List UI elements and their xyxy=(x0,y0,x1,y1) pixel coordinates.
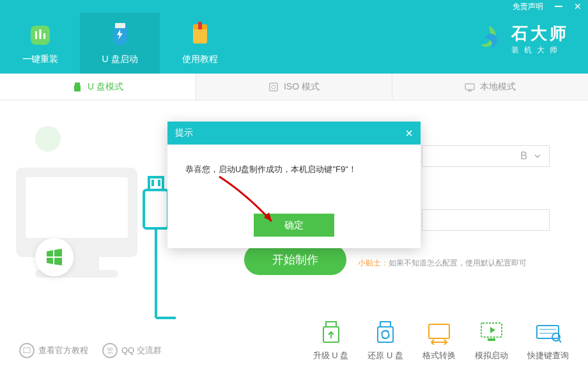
svg-rect-16 xyxy=(26,177,128,238)
tutorial-icon xyxy=(187,22,213,49)
logo-subtitle: 装机大师 xyxy=(511,45,569,56)
svg-point-14 xyxy=(35,126,61,152)
svg-rect-22 xyxy=(158,180,160,186)
svg-rect-21 xyxy=(151,180,154,186)
iso-icon xyxy=(268,82,279,92)
tutorial-link-label: 查看官方教程 xyxy=(38,345,88,356)
restore-icon xyxy=(371,320,399,345)
dialog-close-button[interactable]: × xyxy=(405,126,413,141)
tip-content: 如果不知道怎么配置，使用默认配置即可 xyxy=(389,258,527,267)
device-select[interactable]: B xyxy=(422,145,550,167)
nav-tutorial[interactable]: 使用教程 xyxy=(160,13,240,74)
tools-row: 升级 U 盘 还原 U 盘 格式转换 模拟启动 快捷键查询 xyxy=(313,320,569,361)
logo-title: 石大师 xyxy=(511,22,569,45)
nav-uboot-label: U 盘启动 xyxy=(102,54,138,65)
footer-links: 查看官方教程 QQ 交流群 xyxy=(19,343,162,358)
official-tutorial-link[interactable]: 查看官方教程 xyxy=(19,343,88,358)
chevron-down-icon xyxy=(534,152,541,160)
svg-point-11 xyxy=(272,85,275,89)
svg-rect-3 xyxy=(43,33,45,39)
svg-rect-29 xyxy=(380,322,391,327)
svg-rect-30 xyxy=(378,327,393,342)
format-icon xyxy=(425,320,453,345)
uboot-icon xyxy=(107,22,134,49)
tool-upgrade-label: 升级 U 盘 xyxy=(313,350,349,361)
hotkey-icon xyxy=(534,320,562,345)
app-logo: 石大师 装机大师 xyxy=(474,22,569,56)
tab-iso-label: ISO 模式 xyxy=(284,81,320,93)
svg-rect-4 xyxy=(115,23,125,28)
main-header: 一键重装 U 盘启动 使用教程 石大师 装机大师 xyxy=(0,13,588,74)
disclaimer-link[interactable]: 免责声明 xyxy=(513,1,543,12)
svg-rect-8 xyxy=(75,83,80,85)
svg-rect-2 xyxy=(39,29,41,39)
svg-point-25 xyxy=(107,348,110,351)
tool-restore-usb[interactable]: 还原 U 盘 xyxy=(368,320,403,361)
tool-hotkey-query[interactable]: 快捷键查询 xyxy=(527,320,569,361)
usb-icon xyxy=(72,82,82,92)
reinstall-icon xyxy=(27,22,54,49)
windows-badge xyxy=(35,238,74,276)
close-button[interactable]: ✕ xyxy=(574,1,582,12)
tool-simulate-label: 模拟启动 xyxy=(475,350,508,361)
svg-rect-31 xyxy=(429,324,449,338)
svg-rect-33 xyxy=(488,338,495,341)
config-select[interactable] xyxy=(422,209,550,231)
svg-rect-9 xyxy=(74,85,81,91)
tool-format-convert[interactable]: 格式转换 xyxy=(422,320,456,361)
tab-usb-label: U 盘模式 xyxy=(88,81,123,93)
svg-rect-34 xyxy=(537,326,559,338)
tip-text: 小贴士：如果不知道怎么配置，使用默认配置即可 xyxy=(358,258,527,269)
tab-iso-mode[interactable]: ISO 模式 xyxy=(196,74,392,100)
svg-rect-1 xyxy=(35,31,37,39)
svg-rect-10 xyxy=(270,83,277,91)
nav-tutorial-label: 使用教程 xyxy=(182,54,218,65)
tab-local-mode[interactable]: 本地模式 xyxy=(392,74,588,100)
device-select-text: B xyxy=(520,150,527,162)
tool-hotkey-label: 快捷键查询 xyxy=(527,350,569,361)
tool-upgrade-usb[interactable]: 升级 U 盘 xyxy=(313,320,349,361)
svg-rect-13 xyxy=(468,90,472,91)
mode-tabs: U 盘模式 ISO 模式 本地模式 xyxy=(0,74,588,100)
svg-rect-12 xyxy=(465,84,474,90)
people-icon xyxy=(102,343,118,358)
tab-local-label: 本地模式 xyxy=(480,81,516,93)
local-icon xyxy=(465,82,475,92)
svg-line-38 xyxy=(559,340,561,342)
qq-group-link[interactable]: QQ 交流群 xyxy=(102,343,162,358)
dialog-header: 提示 × xyxy=(167,122,421,145)
window-titlebar: 免责声明 ✕ xyxy=(0,0,588,13)
svg-rect-19 xyxy=(144,190,168,228)
computer-illustration xyxy=(10,120,176,331)
success-dialog: 提示 × 恭喜您，启动U盘制作成功，本机启动键"F9"！ 确定 xyxy=(167,122,421,248)
minimize-button[interactable] xyxy=(555,6,562,7)
svg-point-26 xyxy=(110,348,112,351)
tab-usb-mode[interactable]: U 盘模式 xyxy=(0,74,196,100)
simulate-icon xyxy=(477,320,506,345)
dialog-message: 恭喜您，启动U盘制作成功，本机启动键"F9"！ xyxy=(167,145,421,188)
windows-icon xyxy=(45,248,64,267)
tool-restore-label: 还原 U 盘 xyxy=(368,350,403,361)
tip-label: 小贴士： xyxy=(358,258,389,267)
book-icon xyxy=(19,343,35,358)
svg-rect-20 xyxy=(149,177,163,190)
dialog-ok-button[interactable]: 确定 xyxy=(254,214,334,237)
nav-reinstall-label: 一键重装 xyxy=(22,54,58,65)
logo-icon xyxy=(474,24,505,54)
start-create-button[interactable]: 开始制作 xyxy=(244,244,346,275)
tool-simulate-boot[interactable]: 模拟启动 xyxy=(475,320,508,361)
svg-rect-27 xyxy=(326,322,336,327)
svg-rect-7 xyxy=(198,22,202,29)
qq-link-label: QQ 交流群 xyxy=(121,345,162,356)
nav-reinstall[interactable]: 一键重装 xyxy=(0,13,80,74)
nav-uboot[interactable]: U 盘启动 xyxy=(80,13,160,74)
tool-format-label: 格式转换 xyxy=(422,350,456,361)
dialog-title: 提示 xyxy=(175,127,193,139)
upgrade-icon xyxy=(317,320,345,345)
